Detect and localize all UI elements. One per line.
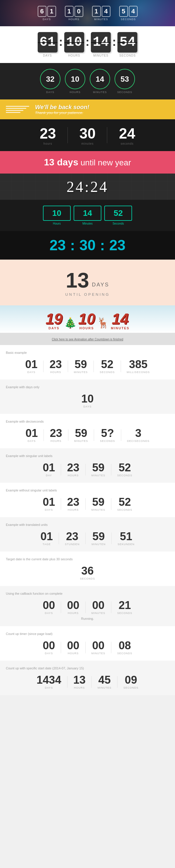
example-block: Using the callback function on complete0… xyxy=(0,586,175,626)
example-divider xyxy=(44,429,44,441)
example-unit: 23HOURS xyxy=(50,428,62,442)
click-link[interactable]: Click here to see Animation after Countd… xyxy=(52,338,123,341)
example-label: MINUTES xyxy=(98,686,111,689)
example-label: MINUTES xyxy=(92,508,105,511)
example-title: Target date is the current date plus 30 … xyxy=(6,557,169,561)
example-block: Count up timer (since page load)00DAYS00… xyxy=(0,626,175,661)
example-divider xyxy=(111,533,111,544)
circle-unit: 32DAYS xyxy=(40,69,60,94)
example-label: MINUTES xyxy=(92,474,105,477)
example-label: TAGE xyxy=(41,543,53,546)
example-num: 5? xyxy=(100,428,115,439)
pipe-label: seconds xyxy=(119,142,135,145)
pipe-label: hours xyxy=(40,142,56,145)
example-num: 00 xyxy=(92,640,105,651)
example-title: Example with translated units xyxy=(6,523,169,526)
example-num: 00 xyxy=(43,640,55,651)
circle-label: SECONDS xyxy=(115,91,135,94)
flip-separator: : xyxy=(59,35,63,54)
flip-card: 61 xyxy=(38,32,57,53)
example-unit: 00HOURS xyxy=(67,640,79,655)
example-divider xyxy=(94,361,94,372)
xmas-label: MINUTES xyxy=(111,327,130,330)
example-block: Example with translated units01TAGE23STU… xyxy=(0,517,175,552)
xmas-num: 19 xyxy=(46,311,62,327)
example-title: Example with singular unit labels xyxy=(6,454,169,458)
example-unit: 59MINUTES xyxy=(92,496,105,511)
example-row: 00DAYS00HOURS00MINUTES08SECONDS xyxy=(6,640,169,655)
teal-label: Hours xyxy=(43,222,71,225)
circle-ring: 14 xyxy=(90,69,110,89)
hero-label: HOURS xyxy=(65,18,83,21)
hero-section: 61DAYS10HOURS14MINUTES54SECONDS xyxy=(0,0,175,26)
example-label: SECONDS xyxy=(117,652,132,655)
xmas-icon: 🎄 xyxy=(64,316,77,330)
example-label: HOURS xyxy=(67,508,79,511)
flip-separator: : xyxy=(112,35,116,54)
example-num: 23 xyxy=(67,462,79,473)
example-label: MINUTES xyxy=(92,612,105,615)
example-num: 00 xyxy=(67,600,79,611)
pipe-unit: 24seconds xyxy=(107,125,147,145)
pipe-num: 30 xyxy=(79,125,96,142)
example-num: 21 xyxy=(117,600,132,611)
circle-ring: 10 xyxy=(65,69,85,89)
colon-separator: : xyxy=(100,237,105,254)
example-label: MILLISECONDS xyxy=(127,371,150,374)
example-row: 36SECONDS xyxy=(6,565,169,580)
example-row: 01DAY23HOURS59MINUTES52SECONDS xyxy=(6,462,169,477)
example-divider xyxy=(117,676,118,688)
example-unit: 45MINUTES xyxy=(98,674,111,689)
pipe-unit: 23hours xyxy=(28,125,68,145)
flip-card: 14 xyxy=(91,32,111,53)
example-num: 59 xyxy=(74,428,88,439)
teal-unit: 14Minutes xyxy=(74,206,101,225)
chalk-section: 24:24 xyxy=(0,174,175,200)
example-unit: 00MINUTES xyxy=(92,600,105,615)
example-num: 00 xyxy=(43,600,55,611)
example-divider xyxy=(121,361,121,372)
example-unit: 00MINUTES xyxy=(92,640,105,655)
example-num: 52 xyxy=(117,462,132,473)
example-num: 01 xyxy=(25,428,38,439)
banner-section: 13 days until new year xyxy=(0,151,175,174)
example-unit: 23HOURS xyxy=(67,496,79,511)
hero-digit: 4 xyxy=(102,6,110,17)
example-label: DAY xyxy=(43,474,55,477)
example-num: 23 xyxy=(65,531,80,542)
example-num: 09 xyxy=(123,674,139,685)
xmas-unit: 10HOURS xyxy=(78,311,95,330)
example-title: Using the callback function on complete xyxy=(6,592,169,595)
example-divider xyxy=(59,533,59,544)
example-unit: 00HOURS xyxy=(67,600,79,615)
flip-card: 10 xyxy=(64,32,84,53)
example-divider xyxy=(92,676,92,688)
colon-number: 30 xyxy=(79,237,96,254)
colon-number: 23 xyxy=(109,237,126,254)
example-block: Basic example01DAYS23HOURS59MINUTES52SEC… xyxy=(0,345,175,379)
circles-section: 32DAYS10HOURS14MINUTES53SECONDS xyxy=(0,63,175,99)
example-label: DAYS xyxy=(25,439,38,442)
teal-pill: 10 xyxy=(43,206,71,221)
colon-separator: : xyxy=(70,237,75,254)
flip-separator: : xyxy=(85,35,90,54)
example-unit: 59MINUTES xyxy=(74,359,88,374)
flip-unit: 54SECONDS xyxy=(118,32,137,57)
yellow-line xyxy=(6,112,21,113)
xmas-section: 19DAYS🎄10HOURS🦌14MINUTES xyxy=(0,305,175,333)
flip-unit: 10HOURS xyxy=(64,32,84,57)
example-unit: 52SECONDS xyxy=(100,359,115,374)
pastel-section: 13 DAYS UNTIL OPENING xyxy=(0,259,175,305)
flip-label: HOURS xyxy=(64,54,84,57)
colon-number: 23 xyxy=(49,237,66,254)
circle-unit: 10HOURS xyxy=(65,69,85,94)
hero-digit: 1 xyxy=(92,6,101,17)
example-unit: 59MINUTEN xyxy=(92,531,105,546)
example-unit: 10DAYS xyxy=(81,393,94,408)
hero-digit: 6 xyxy=(38,6,46,17)
example-unit: 23HOURS xyxy=(67,462,79,477)
example-num: 23 xyxy=(50,428,62,439)
example-label: HOURS xyxy=(67,652,79,655)
hero-digit: 1 xyxy=(47,6,56,17)
xmas-unit: 14MINUTES xyxy=(111,311,130,330)
